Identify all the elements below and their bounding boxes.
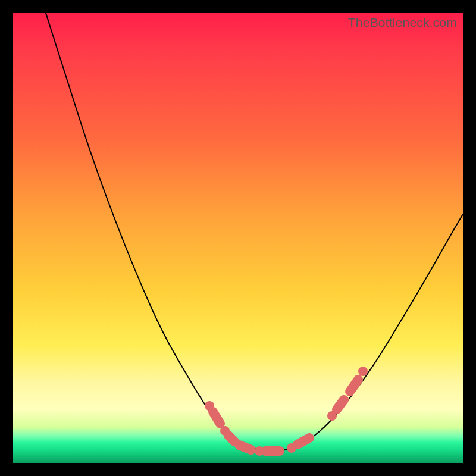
chart-overlay: [13, 13, 463, 463]
chart-frame: TheBottleneck.com: [0, 0, 476, 476]
data-segment: [298, 438, 309, 444]
data-segment: [350, 380, 358, 392]
data-markers: [205, 367, 368, 456]
bottleneck-curve: [46, 13, 463, 451]
data-segment: [239, 445, 251, 450]
plot-area: TheBottleneck.com: [13, 13, 463, 463]
data-segment: [228, 436, 234, 441]
data-segment: [337, 400, 344, 409]
data-point: [358, 367, 368, 376]
data-segment: [213, 412, 220, 424]
